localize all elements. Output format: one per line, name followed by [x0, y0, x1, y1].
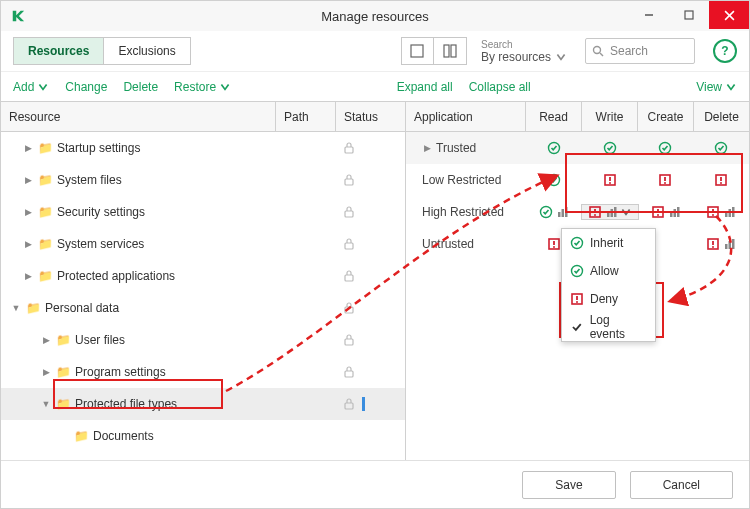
perm-trusted-create[interactable] — [638, 141, 694, 155]
svg-rect-16 — [345, 371, 353, 377]
header-delete[interactable]: Delete — [694, 102, 749, 131]
svg-rect-35 — [565, 207, 568, 217]
change-button[interactable]: Change — [65, 80, 107, 94]
tree-node-security-settings[interactable]: ▶📁Security settings — [1, 196, 405, 228]
check-icon — [570, 320, 584, 334]
svg-rect-17 — [345, 403, 353, 409]
svg-rect-46 — [674, 209, 677, 217]
svg-point-44 — [657, 214, 659, 216]
perm-low-read[interactable] — [526, 173, 582, 187]
top-toolbar: Resources Exclusions Search By resources… — [1, 31, 749, 71]
svg-rect-11 — [345, 211, 353, 217]
app-row-low-restricted[interactable]: Low Restricted — [406, 164, 749, 196]
search-input[interactable]: Search — [585, 38, 695, 64]
svg-rect-14 — [345, 307, 353, 313]
svg-rect-4 — [411, 45, 423, 57]
svg-rect-15 — [345, 339, 353, 345]
tree-node-protected-applications[interactable]: ▶📁Protected applications — [1, 260, 405, 292]
header-write[interactable]: Write — [582, 102, 638, 131]
save-button[interactable]: Save — [522, 471, 615, 499]
svg-rect-10 — [345, 179, 353, 185]
svg-point-28 — [664, 182, 666, 184]
chevron-down-icon — [37, 81, 49, 93]
svg-rect-40 — [610, 209, 613, 217]
svg-line-8 — [600, 53, 603, 56]
tree-node-program-settings[interactable]: ▶📁Program settings — [1, 356, 405, 388]
svg-point-56 — [553, 246, 555, 248]
svg-point-7 — [594, 47, 601, 54]
header-path[interactable]: Path — [276, 102, 336, 131]
svg-rect-34 — [561, 209, 564, 217]
action-bar: Add Change Delete Restore Expand all Col… — [1, 71, 749, 101]
svg-point-59 — [712, 246, 714, 248]
svg-rect-61 — [729, 241, 732, 249]
tree-node-documents[interactable]: 📁Documents — [1, 420, 405, 452]
permission-dropdown[interactable]: Inherit Allow Deny Log events — [561, 228, 656, 342]
tree-node-personal-data[interactable]: ▼📁Personal data — [1, 292, 405, 324]
header-resource[interactable]: Resource — [1, 102, 276, 131]
option-inherit[interactable]: Inherit — [562, 229, 655, 257]
perm-low-create[interactable] — [638, 173, 694, 187]
app-row-high-restricted[interactable]: High Restricted — [406, 196, 749, 228]
svg-rect-39 — [607, 212, 610, 217]
view-button[interactable]: View — [696, 80, 737, 94]
cancel-button[interactable]: Cancel — [630, 471, 733, 499]
header-application[interactable]: Application — [406, 102, 526, 131]
delete-button[interactable]: Delete — [123, 80, 158, 94]
minimize-button[interactable] — [629, 1, 669, 29]
resource-tree[interactable]: ▶📁Startup settings ▶📁System files ▶📁Secu… — [1, 132, 405, 460]
svg-point-38 — [594, 214, 596, 216]
deny-icon — [570, 292, 584, 306]
svg-rect-53 — [732, 207, 735, 217]
header-status[interactable]: Status — [336, 102, 405, 131]
header-create[interactable]: Create — [638, 102, 694, 131]
chevron-down-icon — [555, 51, 567, 63]
close-button[interactable] — [709, 1, 749, 29]
svg-rect-12 — [345, 243, 353, 249]
option-log-events[interactable]: Log events — [562, 313, 655, 341]
svg-rect-5 — [444, 45, 449, 57]
perm-high-write[interactable] — [581, 204, 638, 220]
perm-low-write[interactable] — [582, 173, 638, 187]
tree-node-system-files[interactable]: ▶📁System files — [1, 164, 405, 196]
tree-node-protected-file-types[interactable]: ▼📁Protected file types — [1, 388, 405, 420]
header-read[interactable]: Read — [526, 102, 582, 131]
tab-exclusions[interactable]: Exclusions — [104, 38, 189, 64]
log-icon — [555, 205, 569, 219]
tree-node-user-files[interactable]: ▶📁User files — [1, 324, 405, 356]
svg-point-50 — [712, 214, 714, 216]
layout-single-icon[interactable] — [402, 38, 434, 64]
tree-node-startup-settings[interactable]: ▶📁Startup settings — [1, 132, 405, 164]
maximize-button[interactable] — [669, 1, 709, 29]
layout-split-icon[interactable] — [434, 38, 466, 64]
layout-toggle — [401, 37, 467, 65]
chevron-down-icon — [620, 206, 632, 218]
perm-high-create[interactable] — [639, 205, 694, 219]
add-button[interactable]: Add — [13, 80, 49, 94]
search-scope-label: Search — [481, 39, 567, 50]
tree-node-system-services[interactable]: ▶📁System services — [1, 228, 405, 260]
svg-rect-33 — [558, 212, 561, 217]
perm-trusted-delete[interactable] — [693, 141, 749, 155]
chevron-down-icon — [219, 81, 231, 93]
perm-high-delete[interactable] — [694, 205, 749, 219]
app-row-trusted[interactable]: ▶Trusted — [406, 132, 749, 164]
svg-rect-9 — [345, 147, 353, 153]
perm-low-delete[interactable] — [693, 173, 749, 187]
svg-point-25 — [609, 182, 611, 184]
perm-untrusted-delete[interactable] — [693, 237, 749, 251]
chevron-right-icon: ▶ — [23, 143, 33, 153]
tab-resources[interactable]: Resources — [14, 38, 104, 64]
svg-rect-6 — [451, 45, 456, 57]
perm-trusted-write[interactable] — [582, 141, 638, 155]
expand-all-button[interactable]: Expand all — [397, 80, 453, 94]
search-scope-dropdown[interactable]: By resources — [481, 50, 567, 64]
restore-button[interactable]: Restore — [174, 80, 231, 94]
perm-high-read[interactable] — [526, 205, 581, 219]
collapse-all-button[interactable]: Collapse all — [469, 80, 531, 94]
option-deny[interactable]: Deny — [562, 285, 655, 313]
help-button[interactable]: ? — [713, 39, 737, 63]
perm-trusted-read[interactable] — [526, 141, 582, 155]
option-allow[interactable]: Allow — [562, 257, 655, 285]
resource-tree-panel: Resource Path Status ▶📁Startup settings … — [1, 102, 406, 460]
